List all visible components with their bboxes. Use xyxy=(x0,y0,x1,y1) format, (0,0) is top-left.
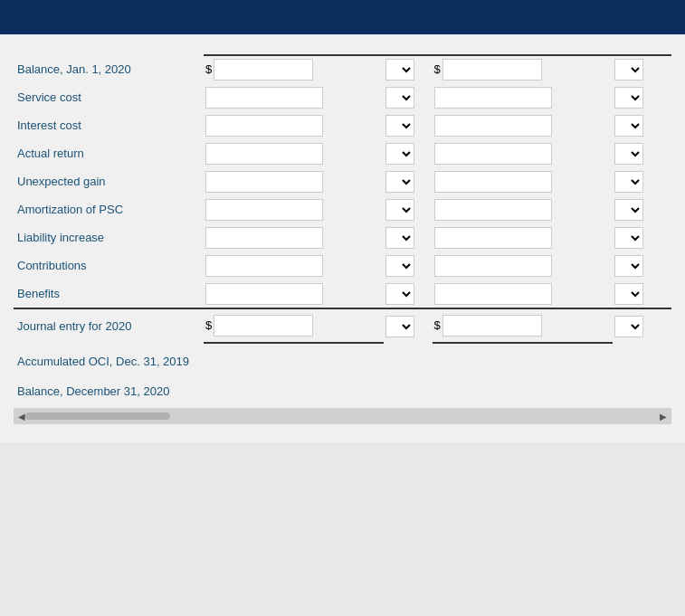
interest-cost-cash-cell xyxy=(433,111,613,139)
journal-annual-dollar-cell: $ xyxy=(204,308,384,343)
service-cost-cash-input[interactable] xyxy=(434,87,552,109)
balance-jan-label: Balance, Jan. 1, 2020 xyxy=(14,55,204,83)
journal-cash-dropdown[interactable]: Dr.Cr. xyxy=(614,316,643,337)
journal-cash-dd-cell: Dr.Cr. xyxy=(613,308,661,343)
contributions-annual-dd-cell: Dr.Cr. xyxy=(384,251,432,280)
liability-increase-cash-cell xyxy=(433,223,613,251)
row-accumulated-oci: Accumulated OCI, Dec. 31, 2019 xyxy=(14,343,671,374)
interest-cost-annual-cell xyxy=(204,111,384,139)
balance-jan-annual-dropdown[interactable]: Dr.Cr. xyxy=(385,59,414,81)
unexpected-gain-cash-dd-cell: Dr.Cr. xyxy=(613,167,661,195)
interest-cost-label: Interest cost xyxy=(14,111,204,139)
journal-annual-dropdown[interactable]: Dr.Cr. xyxy=(385,316,414,337)
main-container: Balance, Jan. 1, 2020$Dr.Cr.$Dr.Cr.Servi… xyxy=(0,34,685,442)
actual-return-cash-input[interactable] xyxy=(434,143,552,165)
scrollbar-track[interactable] xyxy=(25,412,170,420)
balance-jan-cash-dollar: $ xyxy=(434,62,442,76)
service-cost-cash-dd-cell: Dr.Cr. xyxy=(613,83,661,111)
table-wrapper: Balance, Jan. 1, 2020$Dr.Cr.$Dr.Cr.Servi… xyxy=(14,43,671,403)
interest-cost-annual-dropdown[interactable]: Dr.Cr. xyxy=(385,115,414,137)
actual-return-label: Actual return xyxy=(14,139,204,167)
service-cost-label: Service cost xyxy=(14,83,204,111)
unexpected-gain-cash-dropdown[interactable]: Dr.Cr. xyxy=(614,171,643,193)
unexpected-gain-label: Unexpected gain xyxy=(14,167,204,195)
balance-jan-cash-dollar-cell: $ xyxy=(433,55,613,83)
amortization-psc-label: Amortization of PSC xyxy=(14,195,204,223)
pension-table: Balance, Jan. 1, 2020$Dr.Cr.$Dr.Cr.Servi… xyxy=(14,43,671,403)
balance-jan-cash-input[interactable] xyxy=(442,59,542,81)
benefits-annual-dropdown[interactable]: Dr.Cr. xyxy=(385,283,414,305)
contributions-cash-input[interactable] xyxy=(434,255,552,277)
contributions-cash-dd-cell: Dr.Cr. xyxy=(613,251,661,280)
balance-jan-annual-dollar-cell: $ xyxy=(204,55,384,83)
liability-increase-cash-dropdown[interactable]: Dr.Cr. xyxy=(614,227,643,249)
balance-jan-annual-dollar: $ xyxy=(205,62,214,76)
amortization-psc-cash-dropdown[interactable]: Dr.Cr. xyxy=(614,199,643,221)
amortization-psc-annual-input[interactable] xyxy=(205,199,323,221)
unexpected-gain-annual-dd-cell: Dr.Cr. xyxy=(384,167,432,195)
accumulated-oci-label: Accumulated OCI, Dec. 31, 2019 xyxy=(14,343,661,374)
row-unexpected-gain: Unexpected gainDr.Cr.Dr.Cr. xyxy=(14,167,671,195)
unexpected-gain-annual-dropdown[interactable]: Dr.Cr. xyxy=(385,171,414,193)
liability-increase-annual-dropdown[interactable]: Dr.Cr. xyxy=(385,227,414,249)
journal-row: Journal entry for 2020$Dr.Cr.$Dr.Cr. xyxy=(14,308,671,343)
benefits-cash-dd-cell: Dr.Cr. xyxy=(613,280,661,308)
unexpected-gain-annual-input[interactable] xyxy=(205,171,323,193)
unexpected-gain-cash-cell xyxy=(433,167,613,195)
contributions-annual-input[interactable] xyxy=(205,255,323,277)
journal-cash-dollar-cell: $ xyxy=(433,308,613,343)
unexpected-gain-annual-cell xyxy=(204,167,384,195)
contributions-annual-dropdown[interactable]: Dr.Cr. xyxy=(385,255,414,277)
balance-jan-annual-input[interactable] xyxy=(214,59,313,81)
contributions-label: Contributions xyxy=(14,251,204,280)
service-cost-annual-dropdown[interactable]: Dr.Cr. xyxy=(385,87,414,109)
actual-return-annual-dd-cell: Dr.Cr. xyxy=(384,139,432,167)
row-balance-jan: Balance, Jan. 1, 2020$Dr.Cr.$Dr.Cr. xyxy=(14,55,671,83)
actual-return-annual-dropdown[interactable]: Dr.Cr. xyxy=(385,143,414,165)
row-service-cost: Service costDr.Cr.Dr.Cr. xyxy=(14,83,671,111)
amortization-psc-cash-input[interactable] xyxy=(434,199,552,221)
scroll-left-arrow[interactable]: ◀ xyxy=(18,412,25,422)
scroll-right-arrow[interactable]: ▶ xyxy=(660,412,667,422)
benefits-annual-input[interactable] xyxy=(205,283,323,305)
service-cost-cash-cell xyxy=(433,83,613,111)
amortization-psc-annual-cell xyxy=(204,195,384,223)
benefits-cash-input[interactable] xyxy=(434,283,552,305)
benefits-annual-dd-cell: Dr.Cr. xyxy=(384,280,432,308)
unexpected-gain-cash-input[interactable] xyxy=(434,171,552,193)
liability-increase-label: Liability increase xyxy=(14,223,204,251)
balance-dec-label: Balance, December 31, 2020 xyxy=(14,374,661,403)
benefits-label: Benefits xyxy=(14,280,204,308)
service-cost-cash-dropdown[interactable]: Dr.Cr. xyxy=(614,87,643,109)
contributions-cash-dropdown[interactable]: Dr.Cr. xyxy=(614,255,643,277)
liability-increase-cash-dd-cell: Dr.Cr. xyxy=(613,223,661,251)
scrollbar-area[interactable]: ◀ ▶ xyxy=(14,408,671,424)
actual-return-cash-cell xyxy=(433,139,613,167)
balance-jan-cash-dropdown[interactable]: Dr.Cr. xyxy=(614,59,643,81)
row-actual-return: Actual returnDr.Cr.Dr.Cr. xyxy=(14,139,671,167)
liability-increase-cash-input[interactable] xyxy=(434,227,552,249)
service-cost-annual-dd-cell: Dr.Cr. xyxy=(384,83,432,111)
journal-cash-dollar: $ xyxy=(434,318,442,332)
interest-cost-cash-input[interactable] xyxy=(434,115,552,137)
table-body: Balance, Jan. 1, 2020$Dr.Cr.$Dr.Cr.Servi… xyxy=(14,55,671,403)
actual-return-annual-input[interactable] xyxy=(205,143,323,165)
actual-return-cash-dropdown[interactable]: Dr.Cr. xyxy=(614,143,643,165)
journal-cash-input[interactable] xyxy=(442,315,542,336)
actual-return-annual-cell xyxy=(204,139,384,167)
benefits-annual-cell xyxy=(204,280,384,308)
row-contributions: ContributionsDr.Cr.Dr.Cr. xyxy=(14,251,671,280)
interest-cost-annual-input[interactable] xyxy=(205,115,323,137)
top-bar xyxy=(0,0,685,34)
benefits-cash-dropdown[interactable]: Dr.Cr. xyxy=(614,283,643,305)
cash-header xyxy=(661,43,671,55)
amortization-psc-annual-dd-cell: Dr.Cr. xyxy=(384,195,432,223)
liability-increase-annual-input[interactable] xyxy=(205,227,323,249)
amortization-psc-annual-dropdown[interactable]: Dr.Cr. xyxy=(385,199,414,221)
row-amortization-psc: Amortization of PSCDr.Cr.Dr.Cr. xyxy=(14,195,671,223)
balance-jan-cash-dd-cell: Dr.Cr. xyxy=(613,55,661,83)
row-balance-dec: Balance, December 31, 2020 xyxy=(14,374,671,403)
interest-cost-cash-dropdown[interactable]: Dr.Cr. xyxy=(614,115,643,137)
journal-annual-input[interactable] xyxy=(214,315,313,336)
service-cost-annual-input[interactable] xyxy=(205,87,323,109)
